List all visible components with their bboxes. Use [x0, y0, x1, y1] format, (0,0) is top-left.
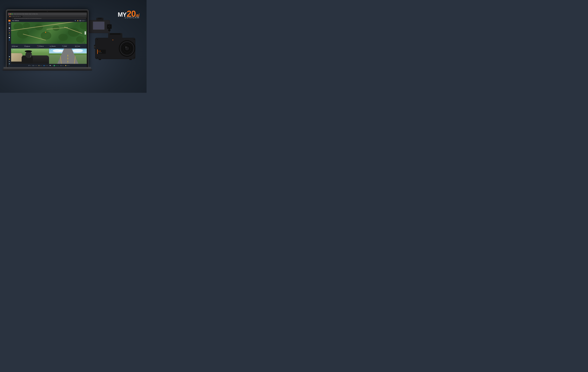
video-row: 👤 DRIVER ONLINE — [11, 49, 87, 64]
laptop-screen: Chrome File Edit View History Bookmarks … — [8, 12, 87, 67]
video-label: Start Video — [34, 65, 37, 66]
refresh-button[interactable]: ↻ — [12, 18, 13, 19]
menu-view[interactable]: View — [20, 14, 22, 14]
stat-engine-hours: ENGINE HOURS 🔧 79.65h — 0 0% — [62, 44, 74, 48]
menu-people[interactable]: People — [29, 14, 31, 14]
search-button[interactable]: 🔍 — [74, 20, 76, 21]
security-icon: 🔒 — [38, 65, 40, 66]
sidebar-icon-2[interactable]: 📊 — [9, 27, 10, 29]
driver-online-badge: ONLINE — [45, 49, 48, 50]
svg-rect-40 — [94, 47, 95, 48]
window-maximize-button[interactable] — [12, 14, 13, 14]
reactions-label: Reactions — [67, 65, 70, 66]
stat-location-value: 34.2, -84.45 — [75, 46, 86, 47]
map-scale: 1000m — [82, 42, 84, 43]
menu-window[interactable]: Window — [33, 14, 36, 14]
sidebar-icon-shield[interactable]: 🛡️ — [9, 56, 10, 58]
svg-point-10 — [109, 26, 109, 26]
window-minimize-button[interactable] — [10, 14, 11, 14]
sidebar-icon-bell[interactable]: 🔔 — [9, 58, 10, 60]
svg-point-31 — [97, 39, 98, 40]
user-name: Ken Evans — [81, 20, 85, 21]
reactions-item[interactable]: 😊 Reactions — [65, 65, 70, 66]
driver-camera-feed — [11, 49, 49, 64]
sidebar-icon-6[interactable]: 📄 — [9, 37, 10, 39]
menu-bookmarks[interactable]: Bookmarks — [25, 14, 28, 14]
mute-item[interactable]: 🎤 Mute — [28, 65, 31, 66]
bottom-control-bar: 🎤 Mute 📹 Start Video 🔒 Security — [11, 64, 87, 67]
user-dropdown-icon[interactable]: ▼ — [85, 20, 86, 21]
menu-edit[interactable]: Edit — [19, 14, 20, 14]
laptop-lid: Chrome File Edit View History Bookmarks … — [6, 10, 89, 67]
sidebar: K 👤 🎧 📊 📍 🔒 🔗 📄 👤 🛡️ 🔔 📷 ⚙️ — [8, 19, 11, 67]
stat-altitude-change: — 0% — [50, 47, 61, 48]
svg-point-13 — [109, 30, 110, 31]
svg-rect-21 — [97, 49, 98, 54]
road-video-panel: 🚗 ROAD ONLINE — [49, 49, 87, 64]
stat-rpm: RPM ⚙ 2,089 rpm 422 ↑ 25.31% — [24, 44, 36, 48]
window-close-button[interactable] — [9, 14, 10, 14]
velocity-icon: 🏎 — [12, 46, 13, 47]
stat-location-city: Canton, GA — [75, 47, 86, 48]
app-container: K 👤 🎧 📊 📍 🔒 🔗 📄 👤 🛡️ 🔔 📷 ⚙️ — [8, 19, 87, 67]
browser-tab-active[interactable]: K Thor Odinson | MY20 Tower | Te... — [9, 16, 22, 17]
share-screen-icon: 📺 — [53, 65, 55, 66]
start-video-item[interactable]: 📹 Start Video — [32, 65, 37, 66]
stat-engine-label: ENGINE HOURS — [62, 45, 74, 46]
svg-point-37 — [113, 40, 113, 40]
sidebar-icon-settings[interactable]: ⚙️ — [9, 63, 10, 65]
driver-video-label: 👤 DRIVER — [12, 49, 15, 50]
odometer-icon: 📍 — [37, 46, 38, 47]
car-seat-back — [11, 53, 22, 62]
map-controls: + − — [85, 31, 86, 34]
share-screen-item[interactable]: 📺 Share Screen — [53, 65, 59, 66]
menu-tab[interactable]: Tab — [32, 14, 33, 14]
svg-rect-39 — [94, 46, 95, 47]
address-field[interactable]: tower.konexial.com/drivers/61186?driverT… — [13, 18, 86, 19]
laptop: Chrome File Edit View History Bookmarks … — [6, 10, 91, 80]
back-button[interactable]: ← — [9, 18, 10, 19]
security-label: Security — [40, 65, 42, 66]
menu-file[interactable]: File — [17, 14, 18, 14]
top-bar: Thor Odinson 🔍 🔔 KE Ken Evans Superadmin — [11, 19, 87, 22]
reactions-icon: 😊 — [65, 65, 66, 66]
driver-video-panel: 👤 DRIVER ONLINE — [11, 49, 49, 64]
camera-main: MY20 LOGICAM — [94, 33, 144, 66]
forward-button[interactable]: → — [10, 18, 11, 19]
chat-item[interactable]: 💬 Chat — [49, 65, 52, 66]
security-item[interactable]: 🔒 Security — [38, 65, 42, 66]
sidebar-icon-4[interactable]: 🔒 — [9, 32, 10, 34]
sidebar-icon-device[interactable]: 📱 — [9, 65, 10, 67]
svg-point-34 — [134, 57, 135, 58]
sidebar-icon-3[interactable]: 📍 — [9, 30, 10, 31]
stat-velocity-value: 🏎 45.36 mph — [12, 46, 23, 47]
top-bar-right: 🔍 🔔 KE Ken Evans Superadmin ▼ — [74, 20, 86, 21]
map-area[interactable]: + − 1000m — [11, 22, 87, 44]
svg-rect-5 — [98, 18, 102, 19]
participants-label: Participants — [45, 65, 49, 66]
svg-rect-35 — [99, 59, 101, 60]
sidebar-icon-5[interactable]: 🔗 — [9, 34, 10, 36]
participants-item[interactable]: 👥 Participants — [43, 65, 49, 66]
menu-help[interactable]: Help — [36, 14, 38, 14]
sidebar-icon-1[interactable]: 🎧 — [9, 25, 10, 27]
driver-name: Thor Odinson — [12, 20, 19, 21]
menu-history[interactable]: History — [22, 14, 24, 14]
sidebar-icon-instagram[interactable]: 📷 — [9, 61, 10, 62]
sidebar-icon-7[interactable]: 👤 — [9, 39, 10, 41]
stat-altitude-value: ☁ 1,138.45 ft — [50, 46, 61, 47]
browser-tab-bar: K Thor Odinson | MY20 Tower | Te... — [8, 15, 87, 18]
record-item[interactable]: ⏺ Record — [60, 65, 64, 66]
map-zoom-in[interactable]: + — [85, 31, 86, 33]
stat-odometer-value: 📍 2,719.96 mi — [37, 46, 48, 47]
map-zoom-out[interactable]: − — [85, 33, 86, 34]
stat-rpm-label: RPM — [24, 45, 36, 46]
stat-rpm-value: ⚙ 2,089 rpm — [24, 46, 36, 47]
bell-button[interactable]: 🔔 — [77, 20, 79, 21]
stat-engine-value: 🔧 79.65h — [62, 46, 74, 47]
stat-engine-change: — 0 0% — [62, 47, 74, 48]
road-online-dot — [83, 49, 84, 50]
tab-title: Thor Odinson | MY20 Tower | Te... — [11, 16, 21, 17]
stat-odometer-change: 0.01 0% — [37, 47, 48, 48]
stat-location: LOCATION 34.2, -84.45 Canton, GA — [74, 44, 87, 48]
